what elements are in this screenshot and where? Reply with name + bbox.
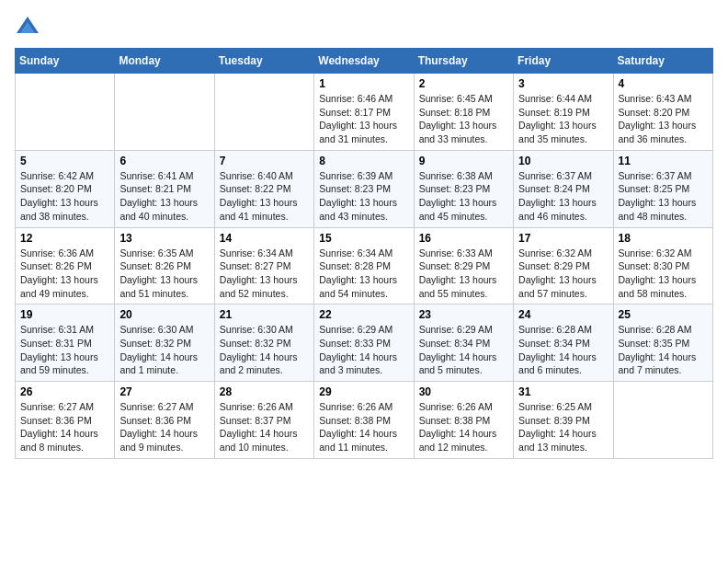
day-number: 10 xyxy=(518,155,608,167)
day-number: 23 xyxy=(419,308,508,321)
day-number: 14 xyxy=(220,232,309,245)
calendar-cell: 21Sunrise: 6:30 AM Sunset: 8:32 PM Dayli… xyxy=(214,304,313,382)
day-info: Sunrise: 6:44 AM Sunset: 8:19 PM Dayligh… xyxy=(518,92,608,146)
day-info: Sunrise: 6:40 AM Sunset: 8:22 PM Dayligh… xyxy=(220,169,309,224)
logo xyxy=(15,15,44,40)
day-info: Sunrise: 6:33 AM Sunset: 8:29 PM Dayligh… xyxy=(419,247,508,301)
day-number: 4 xyxy=(619,77,708,90)
day-info: Sunrise: 6:28 AM Sunset: 8:34 PM Dayligh… xyxy=(518,323,608,377)
day-number: 17 xyxy=(518,232,608,245)
calendar-cell xyxy=(115,74,214,151)
day-info: Sunrise: 6:32 AM Sunset: 8:29 PM Dayligh… xyxy=(518,247,608,301)
calendar-cell: 8Sunrise: 6:39 AM Sunset: 8:23 PM Daylig… xyxy=(314,150,414,227)
calendar-cell: 27Sunrise: 6:27 AM Sunset: 8:36 PM Dayli… xyxy=(115,382,214,459)
day-info: Sunrise: 6:26 AM Sunset: 8:38 PM Dayligh… xyxy=(419,400,508,454)
day-info: Sunrise: 6:32 AM Sunset: 8:30 PM Dayligh… xyxy=(619,247,708,301)
day-header-thursday: Thursday xyxy=(414,49,513,74)
calendar-cell xyxy=(16,74,115,151)
day-number: 19 xyxy=(20,308,109,321)
calendar-cell: 11Sunrise: 6:37 AM Sunset: 8:25 PM Dayli… xyxy=(613,150,712,227)
calendar-cell: 9Sunrise: 6:38 AM Sunset: 8:23 PM Daylig… xyxy=(414,150,513,227)
page-header xyxy=(15,15,713,40)
day-number: 1 xyxy=(319,77,408,90)
day-header-wednesday: Wednesday xyxy=(314,49,414,74)
day-info: Sunrise: 6:43 AM Sunset: 8:20 PM Dayligh… xyxy=(619,92,708,146)
day-number: 18 xyxy=(619,232,708,245)
day-info: Sunrise: 6:30 AM Sunset: 8:32 PM Dayligh… xyxy=(119,323,209,377)
day-info: Sunrise: 6:38 AM Sunset: 8:23 PM Dayligh… xyxy=(419,169,508,224)
calendar-cell: 5Sunrise: 6:42 AM Sunset: 8:20 PM Daylig… xyxy=(16,150,115,227)
day-number: 6 xyxy=(119,155,209,167)
day-header-sunday: Sunday xyxy=(16,49,115,74)
day-info: Sunrise: 6:45 AM Sunset: 8:18 PM Dayligh… xyxy=(419,92,508,146)
day-info: Sunrise: 6:37 AM Sunset: 8:25 PM Dayligh… xyxy=(619,169,708,224)
day-number: 9 xyxy=(419,155,508,167)
day-info: Sunrise: 6:28 AM Sunset: 8:35 PM Dayligh… xyxy=(619,323,708,377)
calendar-cell: 13Sunrise: 6:35 AM Sunset: 8:26 PM Dayli… xyxy=(115,227,214,304)
calendar-cell: 14Sunrise: 6:34 AM Sunset: 8:27 PM Dayli… xyxy=(214,227,313,304)
calendar-header-row: SundayMondayTuesdayWednesdayThursdayFrid… xyxy=(16,49,713,74)
day-header-tuesday: Tuesday xyxy=(214,49,313,74)
day-number: 24 xyxy=(518,308,608,321)
calendar-cell: 30Sunrise: 6:26 AM Sunset: 8:38 PM Dayli… xyxy=(414,382,513,459)
calendar-table: SundayMondayTuesdayWednesdayThursdayFrid… xyxy=(15,48,713,459)
day-info: Sunrise: 6:27 AM Sunset: 8:36 PM Dayligh… xyxy=(119,400,209,454)
day-number: 27 xyxy=(119,385,209,398)
calendar-cell: 20Sunrise: 6:30 AM Sunset: 8:32 PM Dayli… xyxy=(115,304,214,382)
day-info: Sunrise: 6:34 AM Sunset: 8:27 PM Dayligh… xyxy=(220,247,309,301)
calendar-cell: 28Sunrise: 6:26 AM Sunset: 8:37 PM Dayli… xyxy=(214,382,313,459)
day-number: 22 xyxy=(319,308,408,321)
day-number: 5 xyxy=(20,155,109,167)
logo-icon xyxy=(15,15,40,40)
day-number: 21 xyxy=(220,308,309,321)
calendar-week-2: 5Sunrise: 6:42 AM Sunset: 8:20 PM Daylig… xyxy=(16,150,713,227)
day-number: 3 xyxy=(518,77,608,90)
day-number: 13 xyxy=(119,232,209,245)
day-info: Sunrise: 6:46 AM Sunset: 8:17 PM Dayligh… xyxy=(319,92,408,146)
calendar-cell: 19Sunrise: 6:31 AM Sunset: 8:31 PM Dayli… xyxy=(16,304,115,382)
day-info: Sunrise: 6:27 AM Sunset: 8:36 PM Dayligh… xyxy=(20,400,109,454)
day-info: Sunrise: 6:29 AM Sunset: 8:34 PM Dayligh… xyxy=(419,323,508,377)
calendar-cell: 10Sunrise: 6:37 AM Sunset: 8:24 PM Dayli… xyxy=(514,150,613,227)
calendar-cell: 18Sunrise: 6:32 AM Sunset: 8:30 PM Dayli… xyxy=(613,227,712,304)
calendar-cell: 3Sunrise: 6:44 AM Sunset: 8:19 PM Daylig… xyxy=(514,74,613,151)
day-info: Sunrise: 6:30 AM Sunset: 8:32 PM Dayligh… xyxy=(220,323,309,377)
day-number: 28 xyxy=(220,385,309,398)
day-number: 26 xyxy=(20,385,109,398)
day-number: 11 xyxy=(619,155,708,167)
calendar-week-5: 26Sunrise: 6:27 AM Sunset: 8:36 PM Dayli… xyxy=(16,382,713,459)
calendar-cell: 12Sunrise: 6:36 AM Sunset: 8:26 PM Dayli… xyxy=(16,227,115,304)
day-info: Sunrise: 6:42 AM Sunset: 8:20 PM Dayligh… xyxy=(20,169,109,224)
calendar-cell: 15Sunrise: 6:34 AM Sunset: 8:28 PM Dayli… xyxy=(314,227,414,304)
day-info: Sunrise: 6:41 AM Sunset: 8:21 PM Dayligh… xyxy=(119,169,209,224)
calendar-cell: 25Sunrise: 6:28 AM Sunset: 8:35 PM Dayli… xyxy=(613,304,712,382)
day-info: Sunrise: 6:37 AM Sunset: 8:24 PM Dayligh… xyxy=(518,169,608,224)
calendar-cell: 31Sunrise: 6:25 AM Sunset: 8:39 PM Dayli… xyxy=(514,382,613,459)
calendar-cell: 1Sunrise: 6:46 AM Sunset: 8:17 PM Daylig… xyxy=(314,74,414,151)
calendar-cell: 24Sunrise: 6:28 AM Sunset: 8:34 PM Dayli… xyxy=(514,304,613,382)
calendar-week-4: 19Sunrise: 6:31 AM Sunset: 8:31 PM Dayli… xyxy=(16,304,713,382)
day-info: Sunrise: 6:26 AM Sunset: 8:38 PM Dayligh… xyxy=(319,400,408,454)
day-info: Sunrise: 6:35 AM Sunset: 8:26 PM Dayligh… xyxy=(119,247,209,301)
calendar-cell xyxy=(214,74,313,151)
calendar-cell: 26Sunrise: 6:27 AM Sunset: 8:36 PM Dayli… xyxy=(16,382,115,459)
day-number: 30 xyxy=(419,385,508,398)
day-info: Sunrise: 6:29 AM Sunset: 8:33 PM Dayligh… xyxy=(319,323,408,377)
day-info: Sunrise: 6:36 AM Sunset: 8:26 PM Dayligh… xyxy=(20,247,109,301)
day-info: Sunrise: 6:31 AM Sunset: 8:31 PM Dayligh… xyxy=(20,323,109,377)
day-number: 29 xyxy=(319,385,408,398)
calendar-cell: 22Sunrise: 6:29 AM Sunset: 8:33 PM Dayli… xyxy=(314,304,414,382)
day-info: Sunrise: 6:25 AM Sunset: 8:39 PM Dayligh… xyxy=(518,400,608,454)
day-number: 20 xyxy=(119,308,209,321)
calendar-cell: 16Sunrise: 6:33 AM Sunset: 8:29 PM Dayli… xyxy=(414,227,513,304)
day-header-monday: Monday xyxy=(115,49,214,74)
day-number: 8 xyxy=(319,155,408,167)
calendar-cell: 17Sunrise: 6:32 AM Sunset: 8:29 PM Dayli… xyxy=(514,227,613,304)
calendar-cell: 7Sunrise: 6:40 AM Sunset: 8:22 PM Daylig… xyxy=(214,150,313,227)
calendar-week-1: 1Sunrise: 6:46 AM Sunset: 8:17 PM Daylig… xyxy=(16,74,713,151)
day-info: Sunrise: 6:39 AM Sunset: 8:23 PM Dayligh… xyxy=(319,169,408,224)
calendar-cell: 4Sunrise: 6:43 AM Sunset: 8:20 PM Daylig… xyxy=(613,74,712,151)
day-info: Sunrise: 6:26 AM Sunset: 8:37 PM Dayligh… xyxy=(220,400,309,454)
day-number: 25 xyxy=(619,308,708,321)
calendar-week-3: 12Sunrise: 6:36 AM Sunset: 8:26 PM Dayli… xyxy=(16,227,713,304)
